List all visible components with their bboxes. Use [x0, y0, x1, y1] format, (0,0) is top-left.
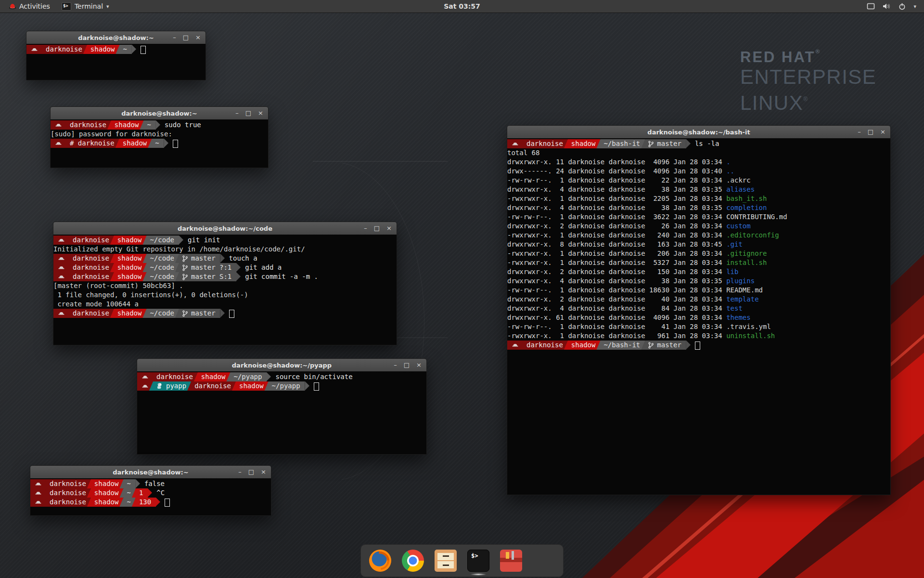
output-text: CONTRIBUTING.md: [726, 212, 787, 222]
git-branch-icon: [182, 255, 188, 262]
terminal-body[interactable]: darknoiseshadow~sudo true[sudo] password…: [51, 119, 268, 168]
dock-item-terminal[interactable]: $>: [467, 549, 490, 572]
output-text: drwxrwxr-x. 11 darknoise darknoise 4096 …: [507, 158, 726, 167]
output-line: -rwxrwxr-x. 1 darknoise darknoise 2205 J…: [507, 194, 890, 203]
titlebar[interactable]: darknoise@shadow:~/pyapp–□×: [137, 359, 426, 372]
powerline-arrow-icon: [686, 139, 691, 148]
terminal-body[interactable]: darknoiseshadow~: [26, 44, 205, 80]
dock-item-files[interactable]: [434, 549, 457, 572]
minimize-button[interactable]: –: [238, 466, 242, 478]
titlebar[interactable]: darknoise@shadow:~/code–□×: [53, 222, 397, 235]
command-text: git commit -a -m .: [241, 272, 318, 281]
output-line: drwxrwxr-x. 2 darknoise darknoise 26 Jan…: [507, 222, 890, 231]
dock-item-toolbox[interactable]: [500, 549, 523, 572]
clock[interactable]: Sat 03:57: [444, 0, 480, 13]
output-text: test: [726, 304, 743, 313]
terminal-body[interactable]: darknoiseshadow~/bash-itmasterls -latota…: [507, 138, 890, 495]
fedora-icon: [58, 265, 64, 270]
prompt-segment-red: shadow: [110, 272, 147, 281]
minimize-button[interactable]: –: [235, 107, 239, 119]
prompt-segment-branch: master S:1: [175, 272, 236, 281]
prompt-segment-path: ~/code: [142, 272, 179, 281]
output-text: themes: [726, 313, 751, 322]
prompt-segment-darkred: # darknoise: [63, 139, 119, 148]
prompt-line: darknoiseshadow~/codemaster S:1git commi…: [53, 272, 397, 281]
close-button[interactable]: ×: [195, 31, 201, 44]
firefox-icon: [369, 550, 391, 572]
output-text: -rw-rw-r--. 1 darknoise darknoise 41 Jan…: [507, 322, 726, 331]
output-line: drwxrwxr-x. 4 darknoise darknoise 38 Jan…: [507, 276, 890, 286]
window-title: darknoise@shadow:~/bash-it: [647, 129, 750, 136]
titlebar[interactable]: darknoise@shadow:~–□×: [30, 466, 271, 479]
app-menu-terminal[interactable]: $> Terminal ▾: [58, 0, 113, 13]
output-text: -rw-rw-r--. 1 darknoise darknoise 18630 …: [507, 286, 726, 295]
maximize-button[interactable]: □: [183, 31, 189, 44]
maximize-button[interactable]: □: [868, 126, 873, 138]
prompt-segment-path: ~/code: [142, 309, 179, 318]
prompt-segment-venv: pyapp: [149, 381, 191, 391]
terminal-body[interactable]: darknoiseshadow~/pyappsource bin/activat…: [137, 371, 426, 454]
redhat-icon: [9, 3, 16, 10]
prompt-segment-red: shadow: [110, 254, 147, 263]
output-line: drwxrwxr-x. 61 darknoise darknoise 4096 …: [507, 313, 890, 322]
prompt-segment-darkred: darknoise: [65, 309, 114, 318]
close-button[interactable]: ×: [258, 107, 263, 119]
terminal-window-code: darknoise@shadow:~/code–□×darknoiseshado…: [53, 222, 397, 345]
fedora-icon: [58, 274, 64, 279]
prompt-segment-path: ~/pyapp: [226, 372, 267, 381]
minimize-button[interactable]: –: [364, 222, 367, 235]
powerline-arrow-icon: [686, 341, 691, 349]
titlebar[interactable]: darknoise@shadow:~–□×: [51, 107, 268, 120]
command-text: git init: [183, 236, 220, 245]
output-line: -rwxrwxr-x. 1 darknoise darknoise 206 Ja…: [507, 249, 890, 258]
minimize-button[interactable]: –: [858, 126, 861, 138]
dock-item-chrome[interactable]: [401, 549, 424, 572]
close-button[interactable]: ×: [416, 359, 422, 371]
prompt-segment-path: ~/bash-it: [596, 341, 645, 350]
minimize-button[interactable]: –: [173, 31, 176, 44]
maximize-button[interactable]: □: [404, 359, 410, 371]
output-line: drwxrwxr-x. 4 darknoise darknoise 38 Jan…: [507, 185, 890, 194]
dock-item-app-grid[interactable]: [532, 549, 555, 572]
dock-item-firefox[interactable]: [369, 549, 392, 572]
terminal-body[interactable]: darknoiseshadow~/codegit initInitialized…: [53, 235, 397, 345]
fedora-icon: [512, 342, 518, 348]
maximize-button[interactable]: □: [245, 107, 251, 119]
prompt-segment-branch: master: [641, 139, 686, 148]
prompt-segment-path: ~/pyapp: [265, 381, 305, 391]
maximize-button[interactable]: □: [374, 222, 380, 235]
titlebar[interactable]: darknoise@shadow:~–□×: [26, 31, 205, 44]
output-line: -rw-rw-r--. 1 darknoise darknoise 22 Jan…: [507, 176, 890, 185]
output-text: drwxrwxr-x. 2 darknoise darknoise 40 Jan…: [507, 295, 726, 304]
fedora-icon: [142, 383, 148, 389]
minimize-button[interactable]: –: [394, 359, 397, 371]
output-text: plugins: [726, 276, 755, 286]
prompt-segment-red: shadow: [83, 45, 120, 54]
output-line: total 68: [507, 148, 890, 158]
prompt-segment-darkred: darknoise: [63, 120, 111, 130]
command-text: false: [140, 479, 165, 488]
prompt-segment-darkred: darknoise: [65, 254, 114, 263]
window-title: darknoise@shadow:~: [78, 34, 154, 41]
prompt-line: darknoiseshadow~sudo true: [51, 120, 268, 130]
titlebar[interactable]: darknoise@shadow:~/bash-it–□×: [507, 126, 890, 139]
terminal-body[interactable]: darknoiseshadow~falsedarknoiseshadow~1^C…: [30, 478, 271, 515]
fedora-icon: [35, 499, 41, 505]
terminal-cursor: [173, 140, 178, 148]
prompt-segment-red: shadow: [232, 381, 269, 391]
maximize-button[interactable]: □: [248, 466, 254, 478]
close-button[interactable]: ×: [880, 126, 886, 138]
powerline-arrow-icon: [156, 120, 160, 129]
system-status-menu[interactable]: ▾: [859, 0, 924, 13]
chrome-icon: [402, 550, 424, 572]
close-button[interactable]: ×: [386, 222, 392, 235]
output-text: .ackrc: [726, 176, 751, 185]
output-text: 1 file changed, 0 insertions(+), 0 delet…: [53, 290, 248, 300]
output-line: create mode 100644 a: [53, 300, 397, 309]
close-button[interactable]: ×: [261, 466, 266, 478]
activities-button[interactable]: Activities: [4, 0, 55, 13]
powerline-arrow-icon: [305, 381, 309, 390]
output-text: -rwxrwxr-x. 1 darknoise darknoise 240 Ja…: [507, 231, 726, 240]
output-text: ..: [726, 167, 734, 176]
output-line: -rw-rw-r--. 1 darknoise darknoise 41 Jan…: [507, 322, 890, 331]
